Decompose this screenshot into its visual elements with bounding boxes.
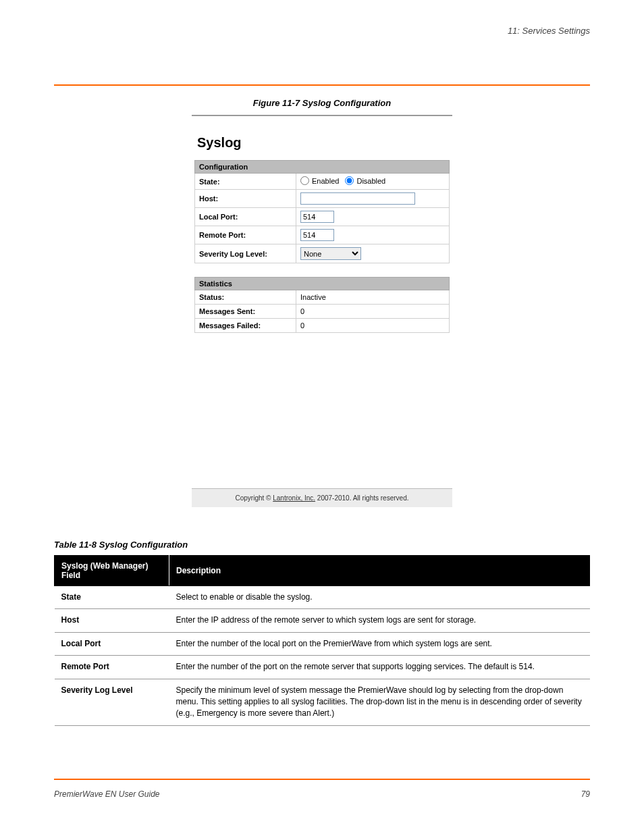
state-enabled-radio[interactable] bbox=[300, 176, 309, 185]
messages-failed-label: Messages Failed: bbox=[195, 319, 296, 333]
status-value: Inactive bbox=[296, 290, 450, 305]
status-label: Status: bbox=[195, 290, 296, 305]
field-description: Enter the IP address of the remote serve… bbox=[169, 609, 590, 632]
host-input[interactable] bbox=[300, 192, 415, 205]
remote-port-label: Remote Port: bbox=[195, 226, 296, 244]
state-disabled-label: Disabled bbox=[356, 177, 385, 185]
configuration-header: Configuration bbox=[195, 161, 450, 174]
field-description: Specify the minimum level of system mess… bbox=[169, 679, 590, 725]
doc-title: PremierWave EN User Guide bbox=[54, 789, 160, 799]
figure-caption: Figure 11-7 Syslog Configuration bbox=[54, 98, 590, 108]
page-title: Syslog bbox=[197, 135, 450, 151]
local-port-input[interactable] bbox=[300, 211, 334, 223]
state-disabled-option[interactable]: Disabled bbox=[345, 176, 385, 185]
field-name: Host bbox=[55, 609, 169, 632]
syslog-fields-table: Syslog (Web Manager) Field Description S… bbox=[54, 555, 590, 726]
messages-sent-label: Messages Sent: bbox=[195, 305, 296, 319]
table-row: Host Enter the IP address of the remote … bbox=[55, 609, 590, 632]
table-row: Remote Port Enter the number of the port… bbox=[55, 656, 590, 679]
host-label: Host: bbox=[195, 190, 296, 208]
state-label: State: bbox=[195, 174, 296, 190]
state-disabled-radio[interactable] bbox=[345, 176, 354, 185]
statistics-table: Statistics Status: Inactive Messages Sen… bbox=[194, 277, 450, 333]
table-caption: Table 11-8 Syslog Configuration bbox=[54, 540, 590, 550]
copyright-prefix: Copyright © bbox=[236, 494, 273, 502]
remote-port-input[interactable] bbox=[300, 229, 334, 241]
col-header-field: Syslog (Web Manager) Field bbox=[55, 556, 169, 586]
field-name: State bbox=[55, 586, 169, 609]
app-footer: Copyright © Lantronix, Inc. 2007-2010. A… bbox=[192, 488, 452, 507]
lantronix-link[interactable]: Lantronix, Inc. bbox=[273, 494, 315, 502]
table-row: State Select to enable or disable the sy… bbox=[55, 586, 590, 609]
statistics-header: Statistics bbox=[195, 278, 450, 290]
severity-select[interactable]: None bbox=[300, 247, 361, 260]
field-name: Remote Port bbox=[55, 656, 169, 679]
state-enabled-label: Enabled bbox=[312, 177, 339, 185]
copyright-suffix: 2007-2010. All rights reserved. bbox=[315, 494, 408, 502]
configuration-table: Configuration State: Enabled Disabled bbox=[194, 160, 450, 263]
field-description: Select to enable or disable the syslog. bbox=[169, 586, 590, 609]
field-description: Enter the number of the port on the remo… bbox=[169, 656, 590, 679]
state-enabled-option[interactable]: Enabled bbox=[300, 176, 339, 185]
chapter-header: 11: Services Settings bbox=[54, 26, 590, 36]
messages-failed-value: 0 bbox=[296, 319, 450, 333]
page-number: 79 bbox=[581, 789, 590, 799]
page-footer: PremierWave EN User Guide 79 bbox=[54, 789, 590, 799]
syslog-app-frame: Syslog Configuration State: Enabled Disa… bbox=[192, 115, 452, 507]
local-port-label: Local Port: bbox=[195, 208, 296, 226]
footer-rule bbox=[54, 779, 590, 780]
header-rule bbox=[54, 84, 590, 86]
field-description: Enter the number of the local port on th… bbox=[169, 632, 590, 655]
field-name: Severity Log Level bbox=[55, 679, 169, 725]
col-header-description: Description bbox=[169, 556, 590, 586]
table-row: Severity Log Level Specify the minimum l… bbox=[55, 679, 590, 725]
messages-sent-value: 0 bbox=[296, 305, 450, 319]
table-row: Local Port Enter the number of the local… bbox=[55, 632, 590, 655]
field-name: Local Port bbox=[55, 632, 169, 655]
severity-label: Severity Log Level: bbox=[195, 244, 296, 263]
